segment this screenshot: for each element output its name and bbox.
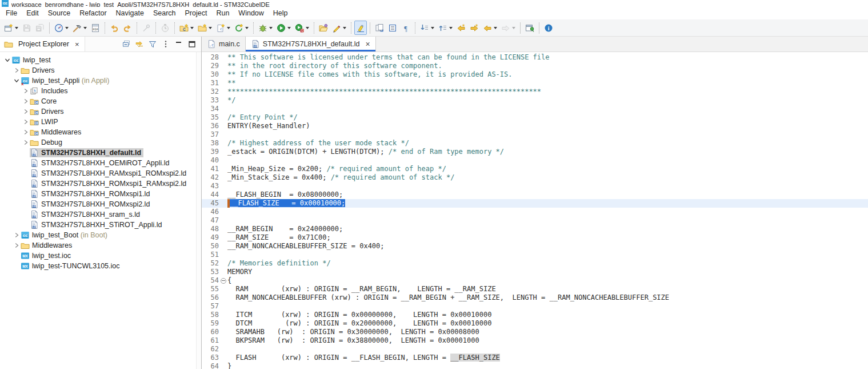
code-line-50[interactable]: 50__RAM_NONCACHEABLEBUFFER_SIZE = 0x400;: [202, 242, 868, 251]
next-annotation-button[interactable]: [418, 21, 436, 35]
tree-item-stm32h7s7l8hxh-default-ld[interactable]: LDSTM32H7S7L8HXH_default.ld: [0, 148, 196, 158]
menu-help[interactable]: Help: [269, 7, 293, 19]
tree-item-stm32h7s7l8hxh-romxspi1-ramxspi2-ld[interactable]: LDSTM32H7S7L8HXH_ROMxspi1_RAMxspi2.ld: [0, 178, 196, 189]
back-button[interactable]: [481, 21, 499, 35]
code-line-58[interactable]: 58 ITCM (xrw) : ORIGIN = 0x00000000, LEN…: [202, 311, 868, 319]
build-binary-button[interactable]: 010: [89, 21, 102, 35]
tree-item-core[interactable]: CCore: [0, 96, 196, 106]
explorer-scrollbar[interactable]: [196, 52, 201, 369]
code-line-44[interactable]: 44__FLASH_BEGIN = 0x08000000;: [202, 191, 868, 199]
dropdown-arrow-icon[interactable]: [449, 27, 453, 29]
code-line-42[interactable]: 42_Min_Stack_Size = 0x400; /* required a…: [202, 173, 868, 182]
block-selection-button[interactable]: [386, 21, 399, 35]
tree-item-drivers[interactable]: Drivers: [0, 65, 196, 76]
code-line-43[interactable]: 43: [202, 182, 868, 191]
code-line-59[interactable]: 59 DTCM (rw) : ORIGIN = 0x20000000, LENG…: [202, 319, 868, 328]
minimize-icon[interactable]: [174, 39, 183, 49]
tree-item-lwip-test-appli[interactable]: IDExlwip_test_Appli (in Appli): [0, 76, 196, 86]
chevron-down-icon[interactable]: [13, 77, 21, 84]
code-line-35[interactable]: 35/* Entry Point */: [202, 113, 868, 122]
code-line-47[interactable]: 47: [202, 216, 868, 225]
chevron-right-icon[interactable]: [22, 129, 30, 136]
fold-collapse-icon[interactable]: [219, 276, 227, 285]
code-line-60[interactable]: 60 SRAMAHB (rw) : ORIGIN = 0x30000000, L…: [202, 328, 868, 336]
tree-item-lwip-test-ioc[interactable]: MXlwip_test.ioc: [0, 251, 196, 261]
view-menu-icon[interactable]: [161, 39, 170, 49]
chevron-right-icon[interactable]: [22, 88, 30, 94]
dropdown-arrow-icon[interactable]: [512, 27, 515, 29]
menu-refactor[interactable]: Refactor: [75, 7, 111, 19]
dropdown-arrow-icon[interactable]: [83, 27, 87, 29]
chevron-right-icon[interactable]: [13, 67, 21, 74]
tree-item-debug[interactable]: Debug: [0, 137, 196, 148]
dropdown-arrow-icon[interactable]: [343, 27, 346, 29]
code-line-57[interactable]: 57: [202, 302, 868, 311]
code-line-39[interactable]: 39_estack = ORIGIN(DTCM) + LENGTH(DTCM);…: [202, 148, 868, 156]
dropdown-arrow-icon[interactable]: [209, 27, 212, 29]
chevron-right-icon[interactable]: [22, 118, 30, 125]
code-line-37[interactable]: 37: [202, 130, 868, 139]
chevron-down-icon[interactable]: [3, 57, 11, 64]
flash-programmer-button[interactable]: [330, 21, 348, 35]
code-line-55[interactable]: 55 RAM (xrw) : ORIGIN = __RAM_BEGIN, LEN…: [202, 285, 868, 293]
code-line-32[interactable]: 32**************************************…: [202, 88, 868, 96]
code-line-46[interactable]: 46: [202, 208, 868, 216]
dropdown-arrow-icon[interactable]: [431, 27, 434, 29]
new-c-project-button[interactable]: C: [178, 21, 195, 35]
editor-tab-main-c[interactable]: .cmain.c: [202, 37, 245, 51]
dropdown-arrow-icon[interactable]: [190, 27, 194, 29]
code-line-51[interactable]: 51: [202, 251, 868, 259]
chevron-right-icon[interactable]: [22, 108, 30, 115]
build-button[interactable]: [71, 21, 89, 35]
chevron-right-icon[interactable]: [13, 232, 21, 239]
menu-file[interactable]: File: [1, 7, 22, 19]
code-line-64[interactable]: 64}: [202, 362, 868, 369]
code-line-48[interactable]: 48__RAM_BEGIN = 0x24000000;: [202, 225, 868, 233]
code-line-56[interactable]: 56 RAM_NONCACHEABLEBUFFER (xrw) : ORIGIN…: [202, 293, 868, 302]
tree-item-stm32h7s7l8hxh-romxspi2-ld[interactable]: LDSTM32H7S7L8HXH_ROMxspi2.ld: [0, 199, 196, 209]
run-coverage-button[interactable]: Q: [293, 21, 311, 35]
previous-edit-location-button[interactable]: [455, 21, 467, 35]
tree-item-stm32h7s7l8hxh-ramxspi1-romxspi2-ld[interactable]: LDSTM32H7S7L8HXH_RAMxspi1_ROMxspi2.ld: [0, 168, 196, 178]
tree-item-stm32h7s7l8hxh-stirot-appli-ld[interactable]: LDSTM32H7S7L8HXH_STiROT_Appli.ld: [0, 220, 196, 230]
menu-edit[interactable]: Edit: [22, 7, 43, 19]
tree-item-lwip-test-boot[interactable]: IDElwip_test_Boot (in Boot): [0, 230, 196, 240]
last-edit-button[interactable]: [373, 21, 386, 35]
tree-item-includes[interactable]: hIncludes: [0, 86, 196, 96]
link-with-editor-icon[interactable]: [135, 39, 144, 49]
pin-editor-button[interactable]: [523, 21, 536, 35]
menu-window[interactable]: Window: [234, 7, 268, 19]
tree-item-stm32h7s7l8hxh-oemirot-appli-ld[interactable]: LDSTM32H7S7L8HXH_OEMiROT_Appli.ld: [0, 158, 196, 168]
dropdown-arrow-icon[interactable]: [245, 27, 249, 29]
code-line-36[interactable]: 36ENTRY(Reset_Handler): [202, 122, 868, 130]
mark-occurrences-toggle[interactable]: [354, 21, 367, 35]
code-line-62[interactable]: 62: [202, 345, 868, 354]
import-button[interactable]: [317, 21, 330, 35]
dropdown-arrow-icon[interactable]: [494, 27, 497, 29]
close-icon[interactable]: ×: [74, 40, 81, 49]
dropdown-arrow-icon[interactable]: [227, 27, 230, 29]
code-line-41[interactable]: 41_Min_Heap_Size = 0x200; /* required am…: [202, 165, 868, 173]
chevron-right-icon[interactable]: [22, 139, 30, 146]
code-line-30[interactable]: 30** If no LICENSE file comes with this …: [202, 70, 868, 79]
tree-item-drivers[interactable]: CDrivers: [0, 106, 196, 117]
code-line-40[interactable]: 40: [202, 156, 868, 165]
code-line-53[interactable]: 53MEMORY: [202, 268, 868, 276]
debug-button[interactable]: [257, 21, 274, 35]
redo-button[interactable]: [121, 21, 134, 35]
collapse-all-icon[interactable]: [122, 39, 131, 49]
code-line-63[interactable]: 63 FLASH (xrw) : ORIGIN = __FLASH_BEGIN,…: [202, 354, 868, 362]
chevron-right-icon[interactable]: [22, 98, 30, 105]
close-icon[interactable]: ×: [365, 39, 370, 49]
menu-source[interactable]: Source: [43, 7, 75, 19]
code-editor[interactable]: 28** This software is licensed under ter…: [202, 52, 868, 369]
code-line-45[interactable]: 45__FLASH_SIZE = 0x00010000;: [202, 199, 868, 208]
tree-item-middlewares[interactable]: Middlewares: [0, 240, 196, 251]
menu-run[interactable]: Run: [211, 7, 234, 19]
code-line-29[interactable]: 29** in the root directory of this softw…: [202, 62, 868, 70]
tree-item-lwip[interactable]: CLWIP: [0, 117, 196, 127]
project-explorer-tab[interactable]: Project Explorer ×: [0, 37, 85, 51]
dropdown-arrow-icon[interactable]: [65, 27, 69, 29]
show-whitespace-toggle[interactable]: ¶: [399, 21, 412, 35]
undo-button[interactable]: [108, 21, 121, 35]
